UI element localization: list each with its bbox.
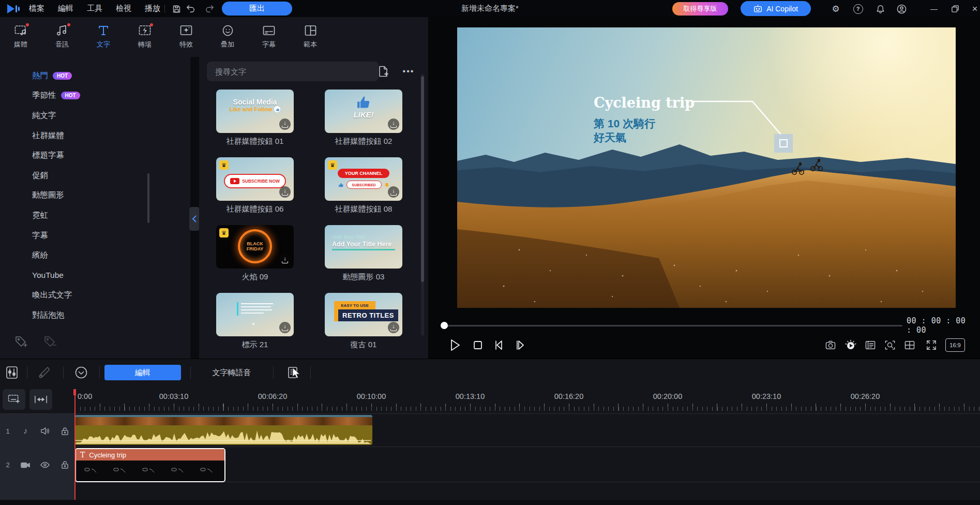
template-card[interactable]: ↓ 標示 21 xyxy=(216,293,294,350)
category-colorful[interactable]: 繽紛 xyxy=(0,245,190,265)
remove-tag-icon[interactable] xyxy=(42,334,58,350)
visibility-eye-icon[interactable] xyxy=(35,462,55,468)
category-speech-bubble[interactable]: 對話泡泡 xyxy=(0,305,190,325)
download-icon[interactable]: ↓ xyxy=(388,186,399,198)
blade-split-icon[interactable] xyxy=(36,365,52,380)
undo-icon[interactable] xyxy=(184,2,198,16)
video-audio-clip[interactable] xyxy=(75,415,372,445)
playhead-line[interactable] xyxy=(74,389,76,500)
download-icon[interactable]: ↓ xyxy=(388,118,399,130)
download-icon[interactable]: ↓ xyxy=(279,254,291,265)
previous-frame-button[interactable] xyxy=(491,337,508,353)
text-to-speech-button[interactable]: 文字轉語音 xyxy=(201,365,263,380)
app-window: 檔案 編輯 工具 檢視 播放 匯出 新增未命名專案* 取得尊享版 AI Copi… xyxy=(0,0,980,505)
grid-scrollbar[interactable] xyxy=(421,76,424,282)
search-input[interactable] xyxy=(207,62,379,81)
overlay-subtitle-text[interactable]: 好天氣 xyxy=(593,131,626,143)
close-button[interactable]: × xyxy=(968,2,980,16)
template-card[interactable]: ♛ SUBSCRIBE NOW ↓ 社群媒體按鈕 06 xyxy=(216,157,294,214)
menu-edit[interactable]: 編輯 xyxy=(58,4,73,13)
fullscreen-icon[interactable] xyxy=(923,337,940,353)
stop-button[interactable] xyxy=(470,337,486,353)
seekbar-knob[interactable] xyxy=(441,322,448,329)
template-card[interactable]: Add Your Title Add Your Title Here 動態圖形 … xyxy=(325,225,402,282)
render-preview-icon[interactable] xyxy=(842,337,859,353)
minimize-button[interactable]: — xyxy=(927,2,941,16)
play-button[interactable] xyxy=(447,337,463,353)
collapse-panel-handle[interactable] xyxy=(189,207,200,231)
menu-file[interactable]: 檔案 xyxy=(29,4,44,13)
download-icon[interactable]: ↓ xyxy=(279,322,291,333)
upgrade-button[interactable]: 取得尊享版 xyxy=(672,2,728,16)
category-subtitles[interactable]: 字幕 xyxy=(0,226,190,246)
marker-list-icon[interactable] xyxy=(862,337,879,353)
save-icon[interactable] xyxy=(170,2,183,16)
menu-view[interactable]: 檢視 xyxy=(116,4,131,13)
category-motion-graphics[interactable]: 動態圖形 xyxy=(0,186,190,206)
download-icon[interactable]: ↓ xyxy=(279,118,291,130)
template-card[interactable]: EASY TO USE RETRO TITLES ↓ 復古 01 xyxy=(325,293,402,350)
more-options-icon[interactable]: ••• xyxy=(400,64,417,79)
overlay-subtitle-text[interactable]: 第 10 次騎行 xyxy=(593,117,655,129)
export-button[interactable]: 匯出 xyxy=(222,2,292,16)
tab-transition[interactable]: 轉場 xyxy=(124,17,165,57)
template-card[interactable]: ♛ BLACK FRIDAY ↓ 火焰 09 xyxy=(216,225,294,282)
sidebar-scrollbar[interactable] xyxy=(147,173,149,223)
category-titles[interactable]: 標題字幕 xyxy=(0,145,190,166)
menu-play[interactable]: 播放 xyxy=(145,4,160,13)
tab-media[interactable]: 媒體 xyxy=(0,17,41,57)
add-tag-icon[interactable] xyxy=(13,334,29,350)
tab-text[interactable]: 文字 xyxy=(83,17,124,57)
template-card[interactable]: Social Media Like and Follow ↓ 社群媒體按鈕 01 xyxy=(216,90,294,146)
split-view-icon[interactable] xyxy=(901,337,918,353)
template-card[interactable]: LIKE! ↓ 社群媒體按鈕 02 xyxy=(325,90,402,146)
category-social-media[interactable]: 社群媒體 xyxy=(0,126,190,146)
category-hot[interactable]: 熱門HOT xyxy=(0,66,190,86)
menu-tools[interactable]: 工具 xyxy=(87,4,102,13)
settings-gear-icon[interactable]: ⚙ xyxy=(829,2,842,16)
category-promo[interactable]: 促銷 xyxy=(0,166,190,186)
video-camera-icon xyxy=(16,462,35,469)
overlay-title-text[interactable]: Cycleing trip xyxy=(594,95,695,111)
next-frame-button[interactable] xyxy=(512,337,529,353)
callout-handle-box[interactable] xyxy=(774,134,793,153)
preview-seekbar[interactable] xyxy=(442,325,902,326)
redo-icon[interactable] xyxy=(203,2,216,16)
tab-audio[interactable]: 音訊 xyxy=(41,17,83,57)
zoom-fit-icon[interactable] xyxy=(882,337,898,353)
auto-ripple-icon[interactable] xyxy=(73,365,89,380)
help-icon[interactable]: ? xyxy=(851,2,865,16)
lock-icon[interactable] xyxy=(55,427,74,436)
import-file-icon[interactable] xyxy=(376,64,390,79)
category-plain-text[interactable]: 純文字 xyxy=(0,106,190,126)
tab-effects[interactable]: 特效 xyxy=(165,17,207,57)
video-canvas[interactable]: Cycleing trip 第 10 次騎行 好天氣 xyxy=(457,27,956,308)
tab-overlay[interactable]: 疊加 xyxy=(207,17,248,57)
mute-speaker-icon[interactable] xyxy=(35,427,55,435)
category-neon[interactable]: 霓虹 xyxy=(0,205,190,226)
thumb-art-text: RETRO TITLES xyxy=(338,309,398,321)
text-clip[interactable]: T Cycleing trip xyxy=(75,448,225,482)
download-icon[interactable]: ↓ xyxy=(388,322,399,333)
maximize-button[interactable] xyxy=(948,2,962,16)
timeline-hscrollbar-area[interactable] xyxy=(0,500,980,505)
snap-toggle-button[interactable] xyxy=(29,389,52,410)
thumb-art-text: Social Media xyxy=(233,98,277,106)
tab-templates[interactable]: 範本 xyxy=(290,17,331,57)
category-seasonal[interactable]: 季節性HOT xyxy=(0,86,190,106)
aspect-ratio-button[interactable]: 16:9 xyxy=(945,338,965,352)
lock-icon[interactable] xyxy=(55,461,74,469)
snapshot-camera-icon[interactable] xyxy=(822,337,839,353)
category-callout[interactable]: 喚出式文字 xyxy=(0,286,190,306)
thumb-art-text: LIKE! xyxy=(353,110,373,119)
account-icon[interactable] xyxy=(895,2,908,16)
download-icon[interactable]: ↓ xyxy=(279,186,291,198)
manage-tracks-button[interactable] xyxy=(3,389,25,410)
track-manager-icon[interactable] xyxy=(4,365,20,380)
ai-copilot-button[interactable]: AI Copilot xyxy=(741,1,811,16)
template-card[interactable]: ♛ YOUR CHANNEL SUBSCRIBED ↓ 社群媒體按鈕 08 xyxy=(325,157,402,214)
tab-subtitles[interactable]: 字幕 xyxy=(248,17,290,57)
notifications-bell-icon[interactable] xyxy=(873,2,887,16)
category-youtube[interactable]: YouTube xyxy=(0,265,190,286)
edit-button[interactable]: 編輯 xyxy=(104,365,181,380)
